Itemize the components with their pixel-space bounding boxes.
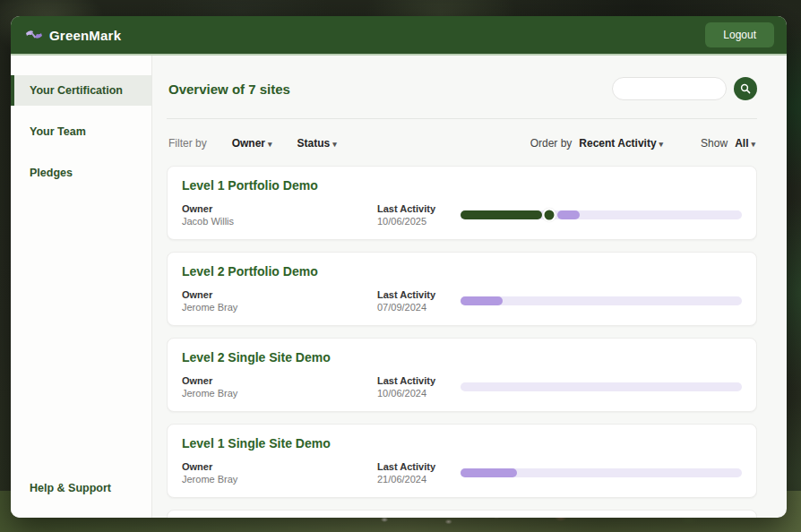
owner-label: Owner — [182, 289, 377, 300]
progress-bar — [461, 380, 742, 394]
progress-bar — [461, 466, 742, 480]
chevron-down-icon: ▾ — [659, 140, 664, 149]
brand: GreenMark — [25, 28, 121, 43]
owner-value: Jerome Bray — [182, 388, 377, 399]
owner-label: Owner — [182, 375, 377, 386]
progress-segment — [461, 296, 503, 305]
app-body: Your Certification Your Team Pledges Hel… — [11, 56, 787, 518]
progress-segment — [461, 210, 542, 219]
activity-value: 07/09/2024 — [377, 302, 461, 313]
search-icon — [740, 83, 751, 94]
owner-column: Owner Jerome Bray — [182, 289, 377, 313]
activity-column: Last Activity 07/09/2024 — [377, 289, 461, 313]
activity-value: 21/06/2024 — [377, 474, 461, 485]
progress-segment — [557, 210, 580, 219]
show-label: Show — [701, 137, 728, 150]
status-filter-dropdown[interactable]: Status▾ — [297, 137, 337, 150]
filter-right: Order by Recent Activity▾ Show All▾ — [530, 137, 755, 150]
progress-track — [461, 382, 742, 391]
logout-button[interactable]: Logout — [705, 22, 774, 47]
activity-column: Last Activity 21/06/2024 — [377, 461, 461, 485]
progress-track — [461, 468, 742, 477]
chevron-down-icon: ▾ — [751, 140, 755, 149]
progress-bar — [461, 294, 742, 308]
filter-by-label: Filter by — [168, 137, 207, 150]
sidebar-item-pledges[interactable]: Pledges — [11, 158, 151, 188]
site-title: Level 2 Single Site Demo — [182, 350, 742, 365]
site-info: Owner Jacob Willis Last Activity 10/06/2… — [182, 203, 742, 227]
owner-label: Owner — [182, 461, 377, 472]
owner-value: Jacob Willis — [182, 216, 377, 227]
order-by-label: Order by — [530, 137, 573, 150]
search-button[interactable] — [734, 77, 757, 100]
main-content: Overview of 7 sites Filte — [152, 56, 787, 518]
activity-label: Last Activity — [377, 375, 461, 386]
activity-column: Last Activity 10/06/2024 — [377, 375, 461, 399]
sidebar-item-help-support[interactable]: Help & Support — [11, 473, 151, 503]
search-input[interactable] — [612, 77, 727, 100]
owner-column: Owner Jerome Bray — [182, 375, 377, 399]
progress-bar — [461, 208, 742, 222]
owner-filter-dropdown[interactable]: Owner▾ — [232, 137, 272, 150]
brand-name: GreenMark — [49, 28, 121, 43]
greenmark-logo-icon — [25, 28, 43, 42]
site-card-1[interactable]: Level 1 Portfolio Demo Owner Jacob Willi… — [167, 166, 757, 240]
owner-value: Jerome Bray — [182, 302, 377, 313]
progress-marker — [542, 209, 556, 222]
site-info: Owner Jerome Bray Last Activity 10/06/20… — [182, 375, 742, 399]
activity-value: 10/06/2025 — [377, 216, 461, 227]
sidebar: Your Certification Your Team Pledges Hel… — [11, 56, 152, 518]
site-card-5[interactable]: Level 3 Single Site Demo Owner Purva Sha… — [167, 510, 757, 518]
site-title: Level 2 Portfolio Demo — [182, 264, 742, 279]
order-by-dropdown[interactable]: Recent Activity▾ — [579, 137, 663, 150]
overview-row: Overview of 7 sites — [167, 56, 757, 119]
site-card-4[interactable]: Level 1 Single Site Demo Owner Jerome Br… — [167, 424, 757, 498]
site-title: Level 1 Single Site Demo — [182, 436, 742, 450]
site-card-2[interactable]: Level 2 Portfolio Demo Owner Jerome Bray… — [167, 252, 757, 326]
site-list: Level 1 Portfolio Demo Owner Jacob Willi… — [167, 166, 757, 518]
owner-column: Owner Jerome Bray — [182, 461, 377, 485]
owner-label: Owner — [182, 203, 377, 214]
site-info: Owner Jerome Bray Last Activity 21/06/20… — [182, 461, 742, 485]
filter-left: Filter by Owner▾ Status▾ — [168, 137, 337, 150]
site-card-3[interactable]: Level 2 Single Site Demo Owner Jerome Br… — [167, 338, 757, 412]
owner-value: Jerome Bray — [182, 474, 377, 485]
search — [612, 77, 757, 100]
chevron-down-icon: ▾ — [268, 140, 272, 149]
site-info: Owner Jerome Bray Last Activity 07/09/20… — [182, 289, 742, 313]
app-header: GreenMark Logout — [11, 16, 787, 56]
sidebar-item-your-certification[interactable]: Your Certification — [11, 75, 151, 106]
activity-label: Last Activity — [377, 461, 461, 472]
owner-column: Owner Jacob Willis — [182, 203, 377, 227]
progress-track — [461, 296, 742, 305]
progress-track — [461, 210, 742, 219]
sidebar-item-your-team[interactable]: Your Team — [11, 116, 151, 147]
sidebar-footer: Help & Support — [11, 473, 151, 518]
activity-label: Last Activity — [377, 289, 461, 300]
site-title: Level 1 Portfolio Demo — [182, 178, 742, 193]
activity-value: 10/06/2024 — [377, 388, 461, 399]
filter-row: Filter by Owner▾ Status▾ Order by Recent… — [167, 119, 757, 166]
chevron-down-icon: ▾ — [332, 140, 337, 149]
app-window: GreenMark Logout Your Certification Your… — [11, 16, 787, 518]
progress-segment — [461, 468, 517, 477]
page-title: Overview of 7 sites — [167, 82, 290, 97]
activity-label: Last Activity — [377, 203, 461, 214]
activity-column: Last Activity 10/06/2025 — [377, 203, 461, 227]
show-dropdown[interactable]: All▾ — [735, 137, 755, 150]
